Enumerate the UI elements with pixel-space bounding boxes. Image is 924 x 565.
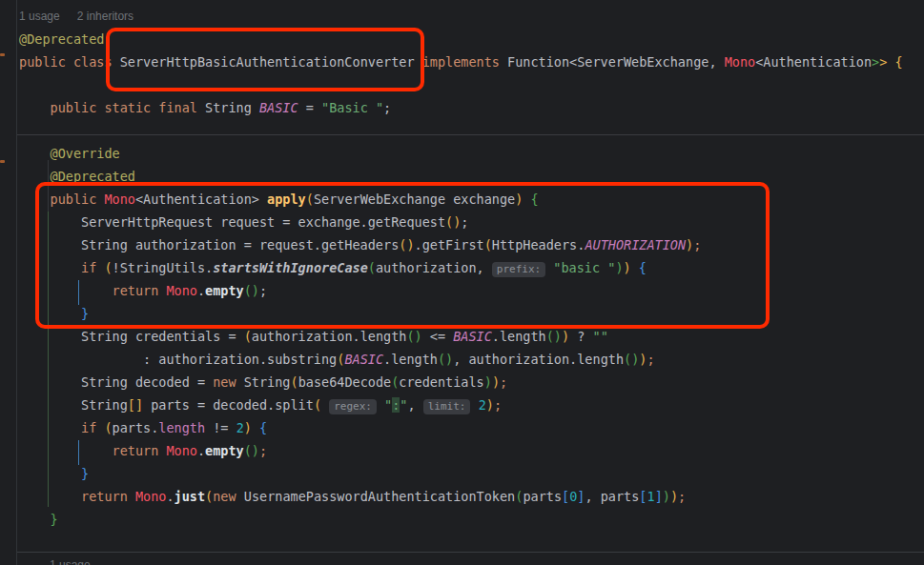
code-token: new xyxy=(213,489,244,504)
code-token: ; xyxy=(461,214,468,230)
code-line[interactable]: ServerHttpRequest request = exchange.get… xyxy=(19,211,468,233)
code-token: ; xyxy=(647,352,654,367)
code-token: ) xyxy=(686,237,693,252)
code-token: 1 xyxy=(647,489,654,504)
code-line[interactable]: @Deprecated xyxy=(19,165,135,188)
code-token: HttpHeaders. xyxy=(492,237,585,252)
code-token: authorization.length xyxy=(252,329,407,344)
code-line[interactable]: @Override xyxy=(19,142,120,165)
code-token xyxy=(19,466,81,481)
code-token: "Basic " xyxy=(321,100,383,115)
code-line[interactable]: } xyxy=(19,508,58,531)
code-token: ServerHttpBasicAuthenticationConverter xyxy=(120,54,422,70)
code-token: ( xyxy=(484,237,492,252)
code-token: { xyxy=(259,420,267,435)
code-token: . xyxy=(197,283,205,298)
code-line[interactable]: public class ServerHttpBasicAuthenticati… xyxy=(19,50,903,73)
code-token: () xyxy=(546,329,562,344)
code-token xyxy=(321,397,329,413)
code-token: Mono xyxy=(104,192,135,207)
code-token: 2 xyxy=(236,420,244,435)
code-token xyxy=(19,100,51,115)
code-token: BASIC xyxy=(344,352,383,367)
usage-hint-bottom[interactable]: 1 usage xyxy=(50,554,91,565)
code-token: () xyxy=(438,352,453,367)
code-token: String authorization = request.getHeader… xyxy=(19,237,399,252)
code-token: ] xyxy=(655,489,663,504)
code-token xyxy=(252,420,259,435)
code-token: () xyxy=(406,329,421,344)
code-line[interactable]: @Deprecated xyxy=(19,28,104,50)
usage-hint-top[interactable]: 1 usage2 inheritors xyxy=(19,5,133,28)
code-line[interactable]: return Mono.empty(); xyxy=(19,439,267,462)
code-token xyxy=(470,397,478,413)
code-token: ; xyxy=(259,283,267,298)
code-token: > xyxy=(872,54,879,70)
code-token: } xyxy=(81,306,89,321)
code-line[interactable]: String authorization = request.getHeader… xyxy=(19,233,701,256)
code-line[interactable]: } xyxy=(19,302,89,325)
inheritors-count[interactable]: 2 inheritors xyxy=(77,10,133,23)
code-line[interactable]: : authorization.substring(BASIC.length()… xyxy=(19,348,655,371)
code-token: . xyxy=(166,489,174,504)
code-line[interactable]: String decoded = new String(base64Decode… xyxy=(19,371,507,393)
code-token: 2 xyxy=(479,397,486,413)
code-token: ( xyxy=(104,420,112,435)
code-token: ( xyxy=(104,260,112,275)
code-token: return xyxy=(19,283,166,298)
code-token xyxy=(377,397,384,413)
code-line[interactable]: public static final String BASIC = "Basi… xyxy=(19,96,391,119)
code-token: String credentials = xyxy=(19,329,244,344)
code-line[interactable]: String credentials = (authorization.leng… xyxy=(19,325,608,348)
usage-count[interactable]: 1 usage xyxy=(50,558,91,565)
code-token: apply xyxy=(267,192,306,207)
code-token: ( xyxy=(244,329,252,344)
code-token: ServerWebExchange exchange xyxy=(314,192,515,207)
code-line[interactable]: public Mono<Authentication> apply(Server… xyxy=(19,188,539,211)
code-token xyxy=(19,192,51,207)
code-token: ; xyxy=(259,443,267,458)
code-token: [] xyxy=(128,397,143,413)
code-token: ) xyxy=(663,489,670,504)
code-token: ) xyxy=(624,260,631,275)
code-token: if xyxy=(19,420,104,435)
method-separator xyxy=(17,134,924,135)
code-token: { xyxy=(639,260,647,275)
parameter-hint: regex: xyxy=(329,399,377,414)
code-line[interactable]: if (parts.length != 2) { xyxy=(19,416,267,439)
code-token: () xyxy=(244,283,259,298)
code-token: () xyxy=(244,443,259,458)
code-token: base64Decode xyxy=(298,374,392,390)
code-token: ) xyxy=(562,329,569,344)
gutter-border xyxy=(16,0,17,565)
code-token: ; xyxy=(494,397,502,413)
code-line[interactable]: } xyxy=(19,462,89,485)
code-token: <Authentication> xyxy=(135,192,267,207)
code-token: String xyxy=(19,397,128,413)
code-token: String decoded = xyxy=(19,374,213,390)
code-token: <= xyxy=(422,329,454,344)
code-token: Mono xyxy=(166,283,197,298)
code-token: ; xyxy=(500,374,507,390)
code-token: ServerHttpRequest request = exchange.get… xyxy=(19,214,445,230)
code-token: implements xyxy=(422,54,507,70)
code-token xyxy=(523,192,530,207)
gutter-mark xyxy=(0,160,5,163)
code-token: Mono xyxy=(135,489,167,504)
code-token: BASIC xyxy=(259,100,298,115)
code-token: . xyxy=(197,443,205,458)
code-line[interactable]: return Mono.just(new UsernamePasswordAut… xyxy=(19,485,686,508)
code-token: ) xyxy=(486,397,494,413)
code-line[interactable]: return Mono.empty(); xyxy=(19,279,267,302)
code-token: ( xyxy=(306,192,314,207)
code-token: if xyxy=(19,260,104,275)
code-editor[interactable]: 1 usage2 inheritors @Deprecatedpublic cl… xyxy=(0,0,924,565)
code-token: parts xyxy=(523,489,562,504)
code-line[interactable]: if (!StringUtils.startsWithIgnoreCase(au… xyxy=(19,256,647,279)
usage-count[interactable]: 1 usage xyxy=(19,10,60,23)
code-token xyxy=(887,54,894,70)
code-token: <Authentication xyxy=(755,54,872,70)
code-line[interactable]: String[] parts = decoded.split( regex: "… xyxy=(19,393,502,416)
code-token: { xyxy=(531,192,539,207)
code-token: : authorization.substring xyxy=(19,352,337,367)
